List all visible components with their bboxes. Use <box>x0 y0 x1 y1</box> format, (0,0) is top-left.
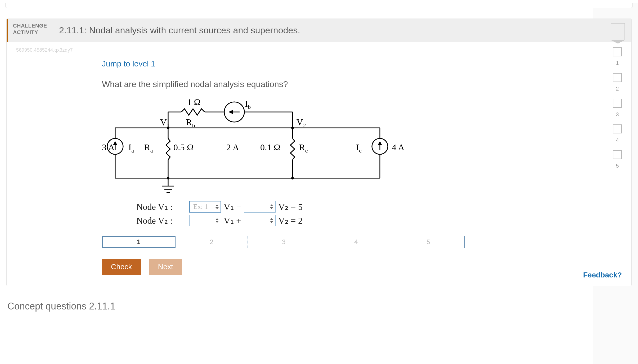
label-src-right: 4 A <box>392 142 405 152</box>
level-indicator[interactable]: 4 <box>613 124 622 143</box>
card-body: 569950.4585244.qx3zqy7 1 2 3 4 5 Jump to… <box>7 42 631 286</box>
step-item[interactable]: 2 <box>176 236 248 248</box>
equation-block: Node V₁ : Ex: 1 V₁ − V₂ = 5 Node V₂ : <box>136 201 565 226</box>
coefficient-input-v1b[interactable] <box>244 201 276 213</box>
step-item[interactable]: 5 <box>392 236 465 248</box>
level-indicator[interactable]: 5 <box>613 150 622 169</box>
stepper-icon[interactable] <box>269 216 274 225</box>
svg-marker-28 <box>378 141 382 145</box>
top-card-edge <box>5 3 633 8</box>
equation-row-v1: Node V₁ : Ex: 1 V₁ − V₂ = 5 <box>136 201 565 213</box>
check-button[interactable]: Check <box>102 259 141 275</box>
label-ib: Ib <box>245 99 251 110</box>
concept-questions-title: Concept questions 2.11.1 <box>7 301 631 312</box>
level-indicator[interactable]: 2 <box>613 73 622 92</box>
feedback-link[interactable]: Feedback? <box>583 271 622 279</box>
svg-point-33 <box>291 177 294 179</box>
stepper-icon[interactable] <box>215 216 219 225</box>
equation-row-v2: Node V₂ : V₁ + V₂ = 2 <box>136 215 565 226</box>
input-placeholder: Ex: 1 <box>193 203 208 211</box>
challenge-card: CHALLENGE ACTIVITY 2.11.1: Nodal analysi… <box>6 19 632 286</box>
stepper-icon[interactable] <box>269 202 274 211</box>
label-ra: Ra <box>144 142 153 154</box>
level-number: 3 <box>616 111 619 118</box>
next-button[interactable]: Next <box>149 259 182 275</box>
level-number: 2 <box>616 86 619 92</box>
step-item[interactable]: 3 <box>248 236 320 248</box>
label-rc: Rc <box>299 142 308 154</box>
step-strip: 1 2 3 4 5 <box>102 236 465 248</box>
label-ia: Ia <box>128 142 134 154</box>
step-label: 3 <box>282 238 285 246</box>
eq-text: V₂ = 2 <box>278 215 303 226</box>
level-box-icon <box>613 150 622 159</box>
label-v2: V2 <box>296 117 306 129</box>
eq-label: Node V₁ : <box>136 201 187 212</box>
svg-point-31 <box>291 127 294 129</box>
circuit-svg: .wire { stroke:#000; stroke-width:3.2; f… <box>102 99 409 194</box>
level-indicator-column: 1 2 3 4 5 <box>613 47 622 169</box>
label-r-top: 1 Ω <box>187 99 201 107</box>
level-box-icon <box>613 47 622 56</box>
label-ic: Ic <box>356 142 362 154</box>
step-item[interactable]: 4 <box>320 236 392 248</box>
eq-text: V₁ + <box>224 215 241 226</box>
circuit-diagram: .wire { stroke:#000; stroke-width:3.2; f… <box>102 99 565 194</box>
activity-hash: 569950.4585244.qx3zqy7 <box>15 47 623 53</box>
coefficient-input-v2b[interactable] <box>244 215 276 226</box>
stepper-icon[interactable] <box>215 202 219 211</box>
question-prompt: What are the simplified nodal analysis e… <box>102 79 565 89</box>
eq-text: V₂ = 5 <box>278 201 303 212</box>
level-indicator[interactable]: 1 <box>613 47 622 66</box>
step-label: 2 <box>210 238 213 246</box>
level-box-icon <box>613 99 622 108</box>
label-src-left: 3 A <box>102 142 115 152</box>
eq-text: V₁ − <box>224 201 241 212</box>
label-mid-src: 2 A <box>226 142 239 152</box>
step-label: 5 <box>426 238 430 246</box>
svg-point-32 <box>167 177 169 179</box>
challenge-tag-line2: ACTIVITY <box>13 29 47 36</box>
level-indicator[interactable]: 3 <box>613 99 622 118</box>
label-rb: Rb <box>186 117 195 129</box>
card-header: CHALLENGE ACTIVITY 2.11.1: Nodal analysi… <box>7 19 631 42</box>
svg-marker-18 <box>228 110 233 114</box>
coefficient-input-v1a[interactable]: Ex: 1 <box>189 201 221 213</box>
bookmark-icon[interactable] <box>611 23 625 40</box>
coefficient-input-v2a[interactable] <box>189 215 221 226</box>
level-box-icon <box>613 124 622 133</box>
level-number: 5 <box>616 163 619 169</box>
challenge-tag: CHALLENGE ACTIVITY <box>8 19 53 42</box>
content-area: Jump to level 1 What are the simplified … <box>102 53 565 275</box>
label-rc-val: 0.1 Ω <box>260 142 280 152</box>
jump-to-level-link[interactable]: Jump to level 1 <box>102 53 565 75</box>
level-box-icon <box>613 73 622 82</box>
activity-title: 2.11.1: Nodal analysis with current sour… <box>53 19 611 42</box>
level-number: 1 <box>616 60 619 66</box>
step-label: 1 <box>137 238 140 246</box>
challenge-tag-line1: CHALLENGE <box>13 23 47 29</box>
button-row: Check Next <box>102 259 565 275</box>
step-item[interactable]: 1 <box>102 236 176 248</box>
eq-label: Node V₂ : <box>136 215 187 226</box>
label-ra-val: 0.5 Ω <box>173 142 194 152</box>
level-number: 4 <box>616 137 619 143</box>
step-label: 4 <box>354 238 358 246</box>
